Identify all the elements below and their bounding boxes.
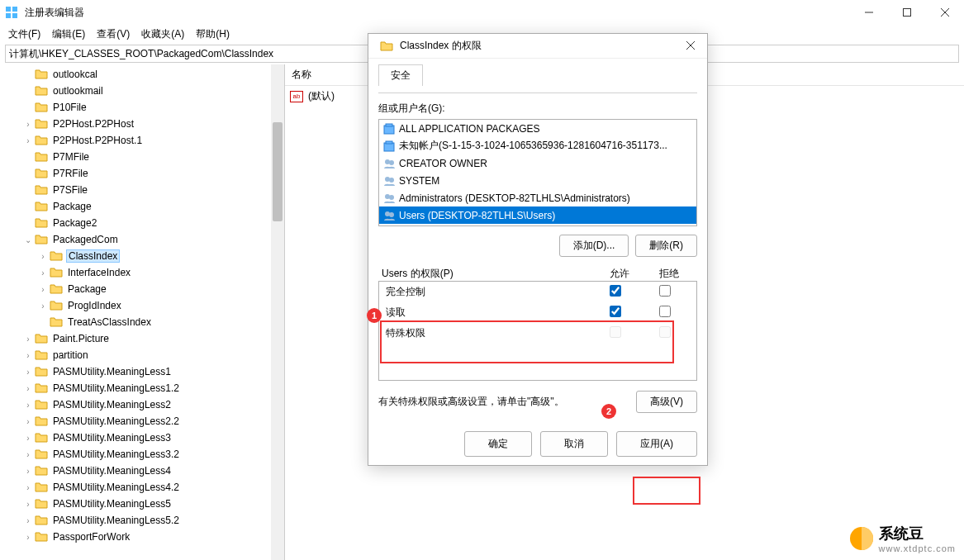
tree-label: PASMUtility.MeaningLess5 <box>51 498 173 510</box>
expand-icon[interactable]: › <box>36 268 50 278</box>
folder-icon <box>35 84 48 97</box>
deny-checkbox[interactable] <box>659 306 671 317</box>
tree-item[interactable]: ›P2PHost.P2PHost <box>0 116 284 132</box>
tree-item[interactable]: ›partition <box>0 347 284 363</box>
tree-label: PassportForWork <box>51 531 131 543</box>
group-row[interactable]: ALL APPLICATION PACKAGES <box>379 120 696 137</box>
expand-icon[interactable]: › <box>21 417 35 426</box>
tree-label: PackagedCom <box>51 234 120 245</box>
tree-item[interactable]: ›PASMUtility.MeaningLess1 <box>0 363 284 380</box>
tree-item[interactable]: ›InterfaceIndex <box>0 264 284 281</box>
tree-item[interactable]: ›Paint.Picture <box>0 330 284 347</box>
tree-label: outlookmail <box>51 85 105 97</box>
watermark-url: www.xtdptc.com <box>879 543 956 553</box>
tree-item[interactable]: ›PASMUtility.MeaningLess3.2 <box>0 446 284 463</box>
remove-button[interactable]: 删除(R) <box>635 235 697 257</box>
expand-icon[interactable]: › <box>21 368 35 377</box>
group-row[interactable]: Users (DESKTOP-82TLHLS\Users) <box>379 206 696 224</box>
svg-point-14 <box>385 159 390 164</box>
ok-button[interactable]: 确定 <box>464 431 532 457</box>
expand-icon[interactable]: › <box>21 533 35 542</box>
expand-icon[interactable]: › <box>21 384 35 393</box>
apply-button[interactable]: 应用(A) <box>616 431 697 457</box>
tree-item[interactable]: ›PASMUtility.MeaningLess5 <box>0 496 284 512</box>
tree-item[interactable]: ›ProgIdIndex <box>0 297 284 314</box>
deny-checkbox[interactable] <box>659 285 671 297</box>
group-row[interactable]: SYSTEM <box>379 172 696 189</box>
tree-item[interactable]: Package <box>0 198 284 215</box>
svg-rect-3 <box>12 13 17 18</box>
expand-icon[interactable]: › <box>21 483 35 492</box>
tree-item[interactable]: P7SFile <box>0 182 284 198</box>
tree-item[interactable]: ›PassportForWork <box>0 529 284 545</box>
tree-item[interactable]: ⌄PackagedCom <box>0 231 284 248</box>
tree-item[interactable]: ›PASMUtility.MeaningLess2 <box>0 396 284 413</box>
tree-item[interactable]: ›Package <box>0 281 284 297</box>
expand-icon[interactable]: › <box>21 467 35 476</box>
expand-icon[interactable]: › <box>21 516 35 525</box>
maximize-button[interactable] <box>888 0 926 25</box>
cancel-button[interactable]: 取消 <box>540 431 608 457</box>
expand-icon[interactable]: › <box>21 120 35 129</box>
expand-icon[interactable]: › <box>21 450 35 459</box>
registry-tree[interactable]: outlookcaloutlookmailP10File›P2PHost.P2P… <box>0 64 284 560</box>
tree-item[interactable]: P7MFile <box>0 149 284 165</box>
expand-icon[interactable]: › <box>21 500 35 509</box>
menu-file[interactable]: 文件(F) <box>3 26 45 43</box>
group-row[interactable]: Administrators (DESKTOP-82TLHLS\Administ… <box>379 189 696 206</box>
expand-icon[interactable]: › <box>21 351 35 360</box>
allow-checkbox <box>610 326 621 338</box>
folder-icon <box>35 431 48 444</box>
folder-icon <box>35 448 48 461</box>
tree-item[interactable]: ›P2PHost.P2PHost.1 <box>0 132 284 149</box>
allow-checkbox[interactable] <box>610 285 621 297</box>
tree-item[interactable]: outlookcal <box>0 66 284 83</box>
menu-view[interactable]: 查看(V) <box>92 26 135 43</box>
expand-icon[interactable]: › <box>21 136 35 145</box>
watermark-name: 系统豆 <box>879 524 956 543</box>
tree-item[interactable]: ›PASMUtility.MeaningLess4.2 <box>0 479 284 496</box>
expand-icon[interactable]: › <box>36 301 50 311</box>
menu-edit[interactable]: 编辑(E) <box>47 26 90 43</box>
expand-icon[interactable]: › <box>21 401 35 410</box>
group-row[interactable]: CREATOR OWNER <box>379 154 696 172</box>
folder-icon <box>35 68 48 81</box>
tree-item[interactable]: P7RFile <box>0 165 284 182</box>
tree-pane: outlookcaloutlookmailP10File›P2PHost.P2P… <box>0 64 285 560</box>
tree-scrollbar[interactable] <box>271 64 284 560</box>
menu-help[interactable]: 帮助(H) <box>191 26 235 43</box>
group-name: Users (DESKTOP-82TLHLS\Users) <box>399 210 555 221</box>
tree-item[interactable]: Package2 <box>0 215 284 231</box>
tab-security[interactable]: 安全 <box>378 64 423 86</box>
tree-item[interactable]: ›PASMUtility.MeaningLess5.2 <box>0 512 284 529</box>
tree-item[interactable]: P10File <box>0 99 284 116</box>
minimize-button[interactable] <box>850 0 888 25</box>
add-button[interactable]: 添加(D)... <box>559 235 629 257</box>
tree-item[interactable]: ›PASMUtility.MeaningLess1.2 <box>0 380 284 396</box>
tree-item[interactable]: TreatAsClassIndex <box>0 314 284 330</box>
expand-icon[interactable]: ⌄ <box>21 235 35 244</box>
tree-item[interactable]: ›PASMUtility.MeaningLess3 <box>0 429 284 446</box>
tree-item[interactable]: ›PASMUtility.MeaningLess4 <box>0 463 284 479</box>
dialog-close-button[interactable] <box>674 40 707 52</box>
folder-icon <box>35 481 48 494</box>
expand-icon[interactable]: › <box>36 285 50 294</box>
folder-icon <box>35 183 48 197</box>
expand-icon[interactable]: › <box>21 434 35 443</box>
folder-icon <box>35 167 48 180</box>
svg-point-21 <box>389 212 394 217</box>
advanced-button[interactable]: 高级(V) <box>636 391 697 413</box>
svg-point-19 <box>389 195 394 200</box>
tree-item[interactable]: ›PASMUtility.MeaningLess2.2 <box>0 413 284 429</box>
expand-icon[interactable]: › <box>36 252 50 261</box>
menu-favorites[interactable]: 收藏夹(A) <box>136 26 189 43</box>
groups-listbox[interactable]: ALL APPLICATION PACKAGES未知帐户(S-1-15-3-10… <box>378 119 697 226</box>
tree-label: Package <box>66 283 108 295</box>
group-row[interactable]: 未知帐户(S-1-15-3-1024-1065365936-1281604716… <box>379 137 696 154</box>
tree-item[interactable]: ›ClassIndex <box>0 248 284 264</box>
scroll-thumb[interactable] <box>273 122 283 221</box>
close-button[interactable] <box>926 0 964 25</box>
tree-item[interactable]: outlookmail <box>0 83 284 99</box>
allow-checkbox[interactable] <box>610 306 621 317</box>
expand-icon[interactable]: › <box>21 335 35 344</box>
